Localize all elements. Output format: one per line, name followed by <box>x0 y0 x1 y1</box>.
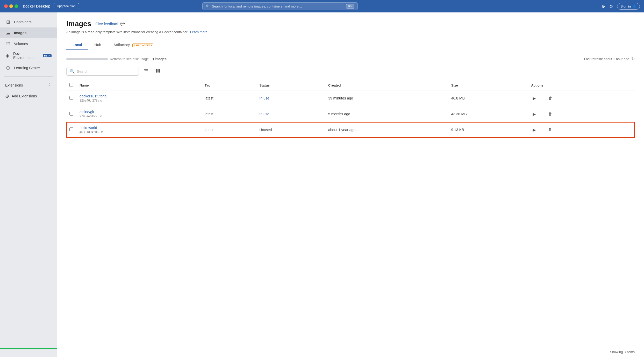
settings-icon[interactable]: ⚙ <box>609 4 613 9</box>
page-title: Images <box>66 20 91 28</box>
signin-label: Sign in <box>620 4 631 8</box>
content-inner: Images Give feedback 💬 An image is a rea… <box>57 12 644 347</box>
disk-usage-label: Refresh to see disk usage <box>110 57 149 61</box>
actions-cell-1: ▶ ⋮ 🗑 <box>528 106 635 122</box>
page-header: Images Give feedback 💬 <box>66 20 635 28</box>
name-cell: alpine/git 9793ee61fc75 ⧉ <box>76 106 202 122</box>
image-hash-0: 32be46cf278a ⧉ <box>80 99 198 102</box>
signin-button[interactable]: Sign in 👤 <box>617 3 640 10</box>
row-checkbox-2[interactable] <box>69 127 73 131</box>
image-name-link-1[interactable]: alpine/git <box>80 110 94 114</box>
sidebar-item-images[interactable]: ☁ Images <box>0 27 57 38</box>
sidebar-label-dev-environments: Dev Environments <box>13 52 39 60</box>
sidebar-item-dev-environments[interactable]: ◈ Dev Environments BETA <box>0 49 57 62</box>
delete-button-2[interactable]: 🗑 <box>547 126 554 133</box>
sidebar-add-extensions[interactable]: ⊕ Add Extensions <box>0 91 57 102</box>
copy-hash-0[interactable]: ⧉ <box>100 99 102 102</box>
row-checkbox-cell <box>66 106 76 122</box>
run-button-0[interactable]: ▶ <box>531 95 537 102</box>
tab-artifactory[interactable]: Artifactory EARLY ACCESS <box>107 40 160 50</box>
learning-icon: ⬡ <box>5 65 11 71</box>
copy-hash-1[interactable]: ⧉ <box>100 115 102 118</box>
main-layout: ⊞ Containers ☁ Images 🗃 Volumes ◈ Dev En… <box>0 12 644 357</box>
svg-rect-3 <box>156 69 157 73</box>
last-refresh: Last refresh: about 1 hour ago ↻ <box>584 56 635 61</box>
extensions-more-icon[interactable]: ⋮ <box>47 82 52 88</box>
table-row: alpine/git 9793ee61fc75 ⧉ latest In use … <box>66 106 635 122</box>
sidebar-item-learning-center[interactable]: ⬡ Learning Center <box>0 62 57 73</box>
sidebar-extensions-section[interactable]: Extensions ⋮ <box>0 80 57 91</box>
image-name-link-0[interactable]: docker101tutorial <box>80 94 107 98</box>
size-cell-2: 9.13 KB <box>448 122 528 138</box>
created-cell-2: about 1 year ago <box>325 122 448 138</box>
feedback-label: Give feedback <box>96 22 119 26</box>
status-badge-2: Unused <box>259 128 272 132</box>
more-button-1[interactable]: ⋮ <box>538 111 546 118</box>
filter-button[interactable] <box>141 67 151 76</box>
disk-usage-bar-wrap: Refresh to see disk usage <box>66 57 149 61</box>
content-footer: Showing 3 items <box>57 347 644 357</box>
app-name: Docker Desktop <box>23 4 51 8</box>
more-button-2[interactable]: ⋮ <box>538 126 546 133</box>
volumes-icon: 🗃 <box>5 41 11 46</box>
image-count: 3 images <box>152 57 167 61</box>
columns-button[interactable] <box>153 67 163 76</box>
traffic-lights <box>4 4 18 8</box>
avatar-icon: 👤 <box>632 4 636 8</box>
refresh-icon[interactable]: ↻ <box>631 56 635 61</box>
search-input[interactable] <box>77 69 135 74</box>
actions-cell-2: ▶ ⋮ 🗑 <box>528 122 635 138</box>
early-access-badge: EARLY ACCESS <box>132 44 153 47</box>
maximize-button[interactable] <box>15 4 18 8</box>
name-col-header: Name <box>76 80 202 90</box>
run-button-1[interactable]: ▶ <box>531 111 537 118</box>
containers-icon: ⊞ <box>5 19 11 25</box>
image-hash-1: 9793ee61fc75 ⧉ <box>80 115 198 118</box>
created-cell-0: 39 minutes ago <box>325 90 448 106</box>
search-filter-row: 🔍 <box>66 67 635 76</box>
row-checkbox-1[interactable] <box>69 112 73 116</box>
svg-rect-4 <box>158 69 159 73</box>
sidebar: ⊞ Containers ☁ Images 🗃 Volumes ◈ Dev En… <box>0 12 57 357</box>
sidebar-bottom-bar <box>0 348 57 353</box>
row-checkbox-cell <box>66 122 76 138</box>
toolbar-row: Refresh to see disk usage 3 images Last … <box>66 56 635 61</box>
minimize-button[interactable] <box>9 4 13 8</box>
sidebar-label-volumes: Volumes <box>14 42 28 46</box>
beta-badge: BETA <box>43 54 52 57</box>
images-icon: ☁ <box>5 30 11 36</box>
size-cell-0: 46.8 MB <box>448 90 528 106</box>
sidebar-item-containers[interactable]: ⊞ Containers <box>0 17 57 27</box>
copy-hash-2[interactable]: ⧉ <box>101 131 103 134</box>
tab-local[interactable]: Local <box>66 40 88 50</box>
upgrade-button[interactable]: Upgrade plan <box>54 3 79 9</box>
learn-more-link[interactable]: Learn more <box>190 30 207 34</box>
tab-hub[interactable]: Hub <box>88 40 108 50</box>
tabs: Local Hub Artifactory EARLY ACCESS <box>66 40 635 50</box>
row-checkbox-0[interactable] <box>69 96 73 100</box>
close-button[interactable] <box>4 4 8 8</box>
image-name-link-2[interactable]: hello-world <box>80 126 97 130</box>
disk-usage-bar <box>66 58 108 60</box>
delete-button-1[interactable]: 🗑 <box>547 111 554 117</box>
svg-rect-5 <box>159 69 160 73</box>
search-input-wrap[interactable]: 🔍 <box>66 67 139 76</box>
status-cell-2: Unused <box>256 122 325 138</box>
status-badge-1[interactable]: In use <box>259 112 269 116</box>
more-button-0[interactable]: ⋮ <box>538 95 546 102</box>
feedback-link[interactable]: Give feedback 💬 <box>96 22 125 26</box>
status-col-header: Status <box>256 80 325 90</box>
global-search-bar[interactable]: 🔍 Search for local and remote images, co… <box>202 2 358 10</box>
status-badge-0[interactable]: In use <box>259 96 269 100</box>
showing-label: Showing 3 items <box>610 350 635 354</box>
size-col-header: Size <box>448 80 528 90</box>
delete-button-0[interactable]: 🗑 <box>547 95 554 102</box>
extensions-icon[interactable]: ⚙ <box>602 4 605 9</box>
search-placeholder-text: Search for local and remote images, cont… <box>212 4 344 8</box>
tag-cell-2: latest <box>202 122 256 138</box>
select-all-checkbox[interactable] <box>69 83 73 87</box>
run-button-2[interactable]: ▶ <box>531 126 537 133</box>
extensions-label: Extensions <box>5 83 23 87</box>
sidebar-item-volumes[interactable]: 🗃 Volumes <box>0 38 57 49</box>
created-cell-1: 5 months ago <box>325 106 448 122</box>
